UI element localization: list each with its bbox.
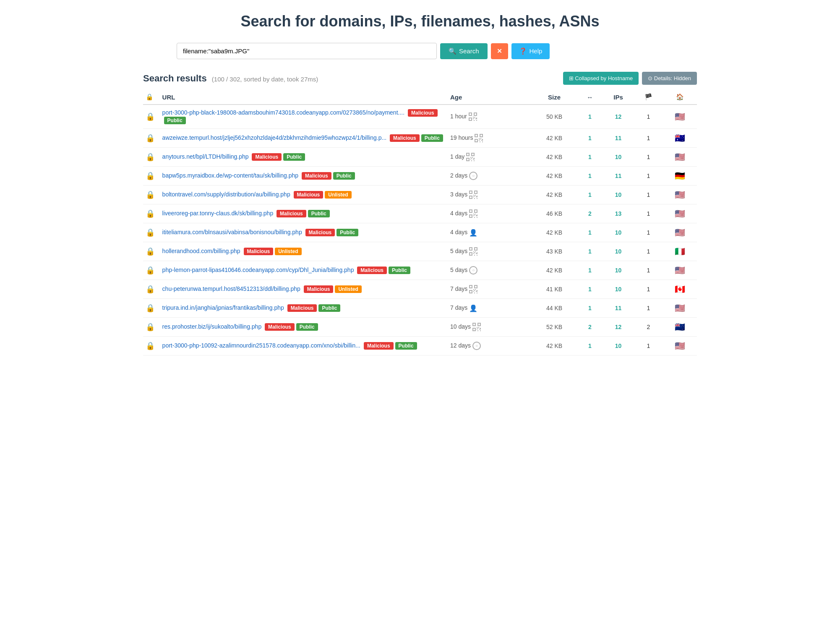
- ips-value: 10: [615, 229, 622, 236]
- url-cell[interactable]: res.prohoster.biz/ij/sukoalto/billing.ph…: [160, 318, 448, 337]
- badge-public: Public: [308, 210, 330, 217]
- url-cell[interactable]: ititeliamura.com/blnsausi/vabinsa/bonisn…: [160, 223, 448, 242]
- url-cell[interactable]: boltontravel.com/supply/distribution/au/…: [160, 186, 448, 204]
- url-link[interactable]: liveeroreg-par.tonny-claus.dk/sk/billing…: [162, 210, 274, 217]
- url-cell[interactable]: chu-peterunwa.tempurl.host/84512313/ddl/…: [160, 280, 448, 299]
- url-cell[interactable]: php-lemon-parrot-lipas410646.codeanyapp.…: [160, 261, 448, 280]
- search-button[interactable]: 🔍 Search: [440, 43, 488, 59]
- th-flag1: 🏴: [634, 90, 663, 105]
- qr-icon: [469, 191, 477, 199]
- country-flag: 🇺🇸: [675, 190, 685, 199]
- ips-cell: 12: [603, 105, 634, 129]
- url-cell[interactable]: port-3000-php-black-198008-adamsbouhim74…: [160, 105, 448, 129]
- collapsed-button[interactable]: ⊞ Collapsed by Hostname: [563, 72, 639, 85]
- url-cell[interactable]: liveeroreg-par.tonny-claus.dk/sk/billing…: [160, 204, 448, 223]
- clear-button[interactable]: ✕: [491, 43, 508, 59]
- search-input[interactable]: [177, 43, 437, 59]
- svg-rect-91: [475, 289, 476, 290]
- url-link[interactable]: port-3000-php-black-198008-adamsbouhim74…: [162, 109, 405, 116]
- svg-rect-22: [480, 139, 480, 140]
- lock-cell: 🔒: [143, 129, 160, 148]
- help-button[interactable]: ❓ Help: [511, 43, 550, 59]
- svg-rect-65: [477, 214, 477, 215]
- url-cell[interactable]: tripura.ind.in/janghia/jpnias/frantikas/…: [160, 299, 448, 318]
- url-cell[interactable]: port-3000-php-10092-azalimnourdin251578.…: [160, 337, 448, 356]
- url-link[interactable]: res.prohoster.biz/ij/sukoalto/billing.ph…: [162, 323, 262, 330]
- flag-cell: 🇦🇺: [663, 129, 697, 148]
- svg-rect-110: [477, 330, 478, 331]
- svg-rect-107: [480, 328, 481, 329]
- age-cell: 19 hours: [448, 129, 531, 148]
- lock-cell: 🔒: [143, 148, 160, 167]
- size-cell: 50 KB: [531, 105, 577, 129]
- lock-cell: 🔒: [143, 204, 160, 223]
- hops-value: 1: [588, 191, 592, 198]
- table-header-row: 🔒 URL Age Size ↔ IPs 🏴 🏠: [143, 90, 697, 105]
- url-link[interactable]: hollerandhood.com/billing.php: [162, 248, 240, 254]
- search-bar: 🔍 Search ✕ ❓ Help: [143, 43, 697, 59]
- url-link[interactable]: bapw5ps.myraidbox.de/wp-content/tau/sk/b…: [162, 172, 299, 179]
- svg-rect-79: [477, 252, 477, 253]
- svg-rect-68: [474, 217, 475, 218]
- country-flag: 🇺🇸: [675, 228, 685, 237]
- url-link[interactable]: anytours.net/bpl/LTDH/billing.php: [162, 153, 249, 160]
- search-icon: 🔍: [449, 47, 457, 55]
- flag1-value: 1: [647, 113, 650, 120]
- url-link[interactable]: ititeliamura.com/blnsausi/vabinsa/bonisn…: [162, 229, 302, 235]
- url-link[interactable]: chu-peterunwa.tempurl.host/84512313/ddl/…: [162, 285, 300, 292]
- svg-rect-88: [475, 286, 477, 288]
- url-link[interactable]: awzeiwze.tempurl.host/jzljej562xhzohzlda…: [162, 134, 387, 141]
- age-value: 1 hour: [450, 113, 467, 120]
- lock-cell: 🔒: [143, 299, 160, 318]
- lock-icon: 🔒: [146, 247, 155, 256]
- lock-icon: 🔒: [146, 323, 155, 331]
- flag1-value: 1: [647, 248, 650, 255]
- table-row: 🔒awzeiwze.tempurl.host/jzljej562xhzohzld…: [143, 129, 697, 148]
- th-ips: IPs: [603, 90, 634, 105]
- hops-cell: 1: [577, 186, 602, 204]
- age-cell: 7 days👤: [448, 299, 531, 318]
- age-cell: 2 days○: [448, 167, 531, 186]
- svg-rect-73: [470, 248, 472, 250]
- details-button[interactable]: ⊙ Details: Hidden: [642, 72, 697, 85]
- ips-value: 10: [615, 154, 622, 160]
- badge-malicious: Malicious: [277, 210, 306, 217]
- lock-cell: 🔒: [143, 223, 160, 242]
- url-link[interactable]: tripura.ind.in/janghia/jpnias/frantikas/…: [162, 304, 284, 311]
- ips-value: 10: [615, 191, 622, 198]
- url-cell[interactable]: anytours.net/bpl/LTDH/billing.php Malici…: [160, 148, 448, 167]
- hops-cell: 1: [577, 167, 602, 186]
- hops-value: 1: [588, 248, 592, 255]
- size-value: 42 KB: [546, 267, 562, 274]
- url-link[interactable]: port-3000-php-10092-azalimnourdin251578.…: [162, 342, 360, 349]
- hops-value: 1: [588, 135, 592, 141]
- size-value: 50 KB: [546, 113, 562, 120]
- url-cell[interactable]: bapw5ps.myraidbox.de/wp-content/tau/sk/b…: [160, 167, 448, 186]
- svg-rect-26: [480, 141, 480, 142]
- svg-rect-25: [481, 140, 483, 141]
- qr-icon: [469, 285, 477, 293]
- svg-rect-11: [475, 118, 477, 119]
- url-link[interactable]: boltontravel.com/supply/distribution/au/…: [162, 191, 290, 198]
- hops-cell: 1: [577, 105, 602, 129]
- badge-malicious: Malicious: [287, 304, 317, 312]
- url-cell[interactable]: hollerandhood.com/billing.php MaliciousU…: [160, 242, 448, 261]
- lock-icon: 🔒: [146, 209, 155, 218]
- hops-value: 1: [588, 113, 592, 120]
- badge-public: Public: [283, 153, 305, 161]
- results-heading: Search results: [143, 73, 207, 84]
- svg-rect-80: [473, 253, 474, 254]
- hops-cell: 1: [577, 129, 602, 148]
- url-link[interactable]: php-lemon-parrot-lipas410646.codeanyapp.…: [162, 267, 354, 273]
- qr-icon: [466, 153, 475, 161]
- age-cell: 4 days👤: [448, 223, 531, 242]
- url-cell[interactable]: awzeiwze.tempurl.host/jzljej562xhzohzlda…: [160, 129, 448, 148]
- svg-rect-75: [470, 253, 472, 255]
- size-cell: 46 KB: [531, 204, 577, 223]
- svg-rect-21: [480, 138, 481, 139]
- svg-rect-64: [474, 214, 475, 215]
- badge-public: Public: [333, 172, 355, 180]
- svg-rect-6: [473, 117, 474, 118]
- badge-malicious: Malicious: [302, 172, 331, 180]
- flag1-value: 1: [647, 154, 650, 160]
